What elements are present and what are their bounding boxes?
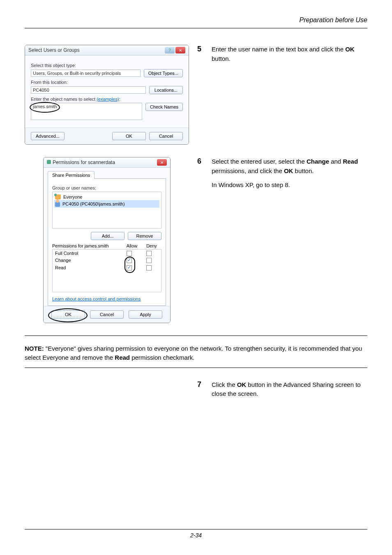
t6e: permissions, and click the [212,167,284,174]
advanced-button[interactable]: Advanced... [31,132,65,140]
add-button[interactable]: Add... [91,232,125,240]
t6f: OK [284,167,293,174]
allow-header: Allow [122,243,142,248]
group-icon [55,194,61,199]
cancel-button[interactable]: Cancel [90,310,124,319]
step5-text: Enter the user name in the text box and … [212,45,367,63]
names-label-prefix: Enter the object names to select [31,97,97,102]
step5-row: Select Users or Groups ? ✕ Select this o… [25,45,367,145]
step6-row: Permissions for scannerdata ✕ Share Perm… [25,157,367,323]
object-names-input[interactable]: james.smith [31,103,142,120]
step6-number: 6 [197,157,203,195]
user-icon [55,201,60,207]
perm-full-control: Full Control [53,250,161,257]
remove-button[interactable]: Remove [128,232,161,240]
examples-link[interactable]: (examples) [97,97,119,102]
step7-row: 7 Click the OK button in the Advanced Sh… [25,380,367,404]
object-type-field: Users, Groups, or Built-in security prin… [31,69,141,77]
object-type-label: Select this object type: [31,63,183,68]
cancel-button[interactable]: Cancel [149,132,183,140]
t7b: OK [237,381,247,388]
note-block: NOTE: "Everyone" gives sharing permissio… [25,344,367,363]
locations-button[interactable]: Locations... [149,86,183,94]
help-icon[interactable]: ? [165,47,175,53]
close-icon[interactable]: ✕ [157,159,167,166]
names-label: Enter the object names to select (exampl… [31,97,183,102]
step7-text: Click the OK button in the Advanced Shar… [212,380,367,399]
note-b: Read [115,354,130,361]
user-everyone-label: Everyone [63,194,82,199]
learn-link[interactable]: Learn about access control and permissio… [52,296,141,301]
t7a: Click the [212,381,237,388]
step5-text-a: Enter the user name in the text box and … [212,46,345,53]
t6g: button. [293,167,314,174]
close-icon[interactable]: ✕ [175,47,185,53]
deny-header: Deny [142,243,161,248]
header-rule [25,28,367,28]
note-bottom-rule [25,368,367,368]
page-footer: 2-34 [0,529,392,539]
dialog2-title-text: Permissions for scannerdata [53,160,115,165]
step7-number: 7 [197,380,203,404]
t6c: and [329,158,343,165]
note-top-rule [25,335,367,336]
dialog2-title: Permissions for scannerdata [47,160,115,165]
perm-read-label: Read [55,265,119,270]
dialog1-titlebar: Select Users or Groups ? ✕ [25,45,189,56]
t6b: Change [307,158,329,165]
perm-full-control-label: Full Control [55,251,119,256]
perm-read: Read [53,264,161,271]
step5-text-b: OK [345,46,355,53]
step6-line2: In Windows XP, go to step 8. [212,180,367,190]
check-names-button[interactable]: Check Names [145,103,183,111]
note-label: NOTE: [25,345,44,352]
step6-line1: Select the entered user, select the Chan… [212,157,367,176]
permissions-for-label: Permissions for james.smith [52,243,122,248]
user-pc4050-label: PC4050 (PC4050\james.smith) [62,201,125,206]
change-deny-checkbox[interactable] [146,258,152,263]
t6d: Read [343,158,358,165]
full-control-allow-checkbox[interactable] [127,251,132,256]
read-allow-checkbox[interactable] [127,265,132,271]
page-number: 2-34 [190,532,202,539]
user-list[interactable]: Everyone PC4050 (PC4050\james.smith) [52,192,161,229]
note-c: permission checkmark. [130,354,195,361]
permissions-dialog: Permissions for scannerdata ✕ Share Perm… [43,157,171,323]
user-everyone[interactable]: Everyone [54,194,159,200]
select-users-dialog: Select Users or Groups ? ✕ Select this o… [25,45,189,145]
dialog2-titlebar: Permissions for scannerdata ✕ [44,157,170,168]
page-header: Preparation before Use [25,16,367,24]
step5-text-c: button. [212,55,231,62]
permissions-list: Full Control Change Read [52,249,161,292]
full-control-deny-checkbox[interactable] [146,251,152,256]
location-field: PC4050 [31,86,146,94]
location-label: From this location: [31,80,183,85]
shield-icon [47,160,51,164]
read-deny-checkbox[interactable] [146,265,152,271]
apply-button[interactable]: Apply [129,310,162,319]
ok-button[interactable]: OK [112,132,146,140]
allow-oval [127,258,132,263]
group-names-label: Group or user names: [52,185,161,190]
change-allow-checkbox[interactable] [127,258,132,263]
perm-change-label: Change [55,258,119,263]
ok-oval: OK [51,310,85,319]
t6a: Select the entered user, select the [212,158,307,165]
share-permissions-tab[interactable]: Share Permissions [48,171,95,179]
object-types-button[interactable]: Object Types... [144,69,183,77]
footer-rule [25,529,367,530]
perm-change: Change [53,257,161,264]
ok-button[interactable]: OK [51,310,85,319]
dialog1-title: Select Users or Groups [28,47,80,53]
step5-number: 5 [197,45,203,68]
user-pc4050[interactable]: PC4050 (PC4050\james.smith) [54,200,159,208]
